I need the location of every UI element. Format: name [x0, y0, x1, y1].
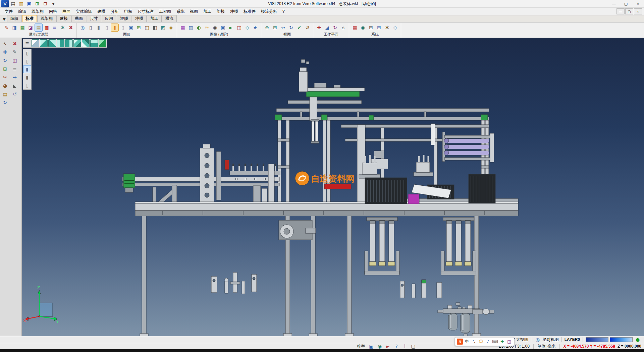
tab-加工[interactable]: 加工 [147, 15, 162, 22]
grid-settings-icon[interactable]: ⊞ [375, 24, 383, 31]
quick-access-dropdown-icon[interactable]: ▾ [50, 0, 57, 7]
attribute-brush-icon[interactable]: ✎ [3, 24, 10, 31]
tab-标准[interactable]: 标准 [22, 15, 37, 22]
tab-模流[interactable]: 模流 [162, 15, 177, 22]
close-button[interactable]: × [632, 0, 644, 7]
menu-item-标准件[interactable]: 标准件 [241, 8, 258, 15]
import-icon[interactable]: ⊞ [34, 0, 41, 7]
new-file-icon[interactable]: ▤ [9, 0, 17, 7]
workplane-rotate-icon[interactable]: ↻ [331, 24, 339, 31]
advanced-render-icon[interactable]: ★ [252, 24, 259, 31]
video-icon[interactable]: ► [384, 343, 392, 350]
move-icon[interactable]: ✚ [1, 48, 9, 56]
view-cube-right-icon[interactable] [65, 39, 73, 47]
environment-icon[interactable]: ◐ [195, 24, 203, 31]
shadow-icon[interactable]: ◧ [151, 24, 159, 31]
transparency-icon[interactable]: ◇ [244, 24, 251, 31]
display-transparent-icon[interactable]: ▯ [23, 82, 31, 89]
camera-icon[interactable]: ◉ [211, 24, 219, 31]
wireframe-mode-icon[interactable]: ◎ [79, 24, 86, 31]
help-2-icon[interactable]: ? [393, 343, 400, 350]
menu-item-塑模[interactable]: 塑模 [214, 8, 227, 15]
filter-layer-icon[interactable]: ▤ [35, 24, 42, 31]
view-cube-dynamic-icon[interactable] [99, 39, 106, 47]
previous-view-icon[interactable]: ↺ [304, 24, 311, 31]
input-mode-icon[interactable]: 中 [464, 339, 470, 345]
view-cube-iso-icon[interactable] [73, 39, 81, 47]
undo-icon[interactable]: ↺ [11, 90, 18, 98]
attribute-copy-icon[interactable]: ◨ [11, 24, 18, 31]
save-icon[interactable]: ▣ [25, 0, 33, 7]
tab-尺寸[interactable]: 尺寸 [87, 15, 101, 22]
mdi-minimize-button[interactable]: — [616, 8, 625, 14]
delete-icon[interactable]: ✖ [11, 40, 18, 47]
menu-item-建模[interactable]: 建模 [95, 8, 108, 15]
filter-type-icon[interactable]: ◪ [27, 24, 34, 31]
menu-item-模流分析[interactable]: 模流分析 [258, 8, 280, 15]
skin-icon[interactable]: ◫ [506, 339, 512, 345]
extend-icon[interactable]: ↔ [11, 74, 18, 81]
tab-曲面[interactable]: 曲面 [71, 15, 86, 22]
voice-input-icon[interactable]: ♪ [485, 339, 491, 345]
absolute-view-icon[interactable]: ◎ [534, 336, 541, 343]
menu-item-文件[interactable]: 文件 [2, 8, 15, 15]
rotate-view-icon[interactable]: ↻ [287, 24, 295, 31]
viewport-3d[interactable]: ≡ ▯▯▮▮▯ [22, 38, 644, 336]
select-arrow-icon[interactable]: ↖ [1, 40, 9, 47]
lighting-icon[interactable]: ☼ [203, 24, 211, 31]
cylinder-wire-icon[interactable]: ▯ [87, 24, 94, 31]
display-shaded-edge-icon[interactable]: ▮ [23, 74, 31, 81]
workplane-reset-icon[interactable]: ⌂ [339, 24, 347, 31]
color-palette-icon[interactable]: ▦ [351, 24, 359, 31]
active-layer-label[interactable]: LAYER0 [565, 337, 580, 342]
open-file-icon[interactable]: ▥ [17, 0, 25, 7]
array-icon[interactable]: ⊞ [1, 65, 9, 73]
sogou-logo-icon[interactable]: S [457, 339, 463, 345]
filter-line-icon[interactable]: ≡ [51, 24, 58, 31]
snap-settings-icon[interactable]: ✱ [383, 24, 391, 31]
punctuation-icon[interactable]: ’, [471, 339, 477, 345]
redo-icon[interactable]: ↻ [1, 99, 9, 106]
soft-keyboard-icon[interactable]: ⌨ [492, 339, 498, 345]
view-cube-top-icon[interactable] [32, 39, 39, 47]
tab-dropdown-icon[interactable]: ▼ [1, 16, 7, 22]
menu-item-加工[interactable]: 加工 [201, 8, 214, 15]
tab-编辑[interactable]: 编辑 [7, 15, 22, 22]
snap-label[interactable]: 拴宇 [357, 344, 365, 349]
mdi-close-button[interactable]: × [634, 8, 642, 14]
menu-item-尺寸标注[interactable]: 尺寸标注 [135, 8, 156, 15]
view-accept-icon[interactable]: ✔ [296, 24, 303, 31]
emoji-icon[interactable]: ☺ [478, 339, 484, 345]
toolbox-icon[interactable]: ✚ [499, 339, 505, 345]
menu-item-电极[interactable]: 电极 [121, 8, 135, 15]
trim-icon[interactable]: ✂ [1, 74, 9, 81]
view-cube-left-icon[interactable] [57, 39, 64, 47]
view-cube-iso2-icon[interactable] [82, 39, 90, 47]
monitor-icon[interactable]: ▢ [410, 343, 417, 350]
section-view-icon[interactable]: ◫ [143, 24, 151, 31]
system-options-icon[interactable]: ◇ [391, 24, 399, 31]
ghost-mode-icon[interactable]: ▯ [119, 24, 126, 31]
menu-item-编辑[interactable]: 编辑 [15, 8, 29, 15]
export-icon[interactable]: ⊟ [42, 0, 49, 7]
shaded-mode-icon[interactable]: ▮ [111, 24, 118, 31]
offset-icon[interactable]: ≡ [11, 65, 18, 73]
tab-应用[interactable]: 应用 [102, 15, 116, 22]
filter-point-icon[interactable]: ✱ [59, 24, 66, 31]
zoom-window-icon[interactable]: ⊞ [271, 24, 279, 31]
tab-冲模[interactable]: 冲模 [132, 15, 147, 22]
tab-塑膜[interactable]: 塑膜 [117, 15, 131, 22]
menu-item-曲面[interactable]: 曲面 [60, 8, 73, 15]
filter-all-icon[interactable]: ▦ [19, 24, 26, 31]
layer-manager-icon[interactable]: ▤ [1, 90, 9, 98]
3d-model-canvas[interactable]: 自造资料网 Z X Y [22, 38, 644, 336]
workplane-origin-icon[interactable]: ✚ [315, 24, 323, 31]
visi-logo-icon[interactable]: V [1, 0, 9, 7]
menu-item-工程图[interactable]: 工程图 [156, 8, 174, 15]
menu-item-冲模[interactable]: 冲模 [227, 8, 241, 15]
menu-item-线架构[interactable]: 线架构 [29, 8, 46, 15]
image-capture-icon[interactable]: ▣ [368, 343, 375, 350]
animation-icon[interactable]: ► [227, 24, 235, 31]
status-sphere-icon[interactable]: ● [634, 336, 641, 343]
globe-icon[interactable]: ◉ [359, 24, 367, 31]
